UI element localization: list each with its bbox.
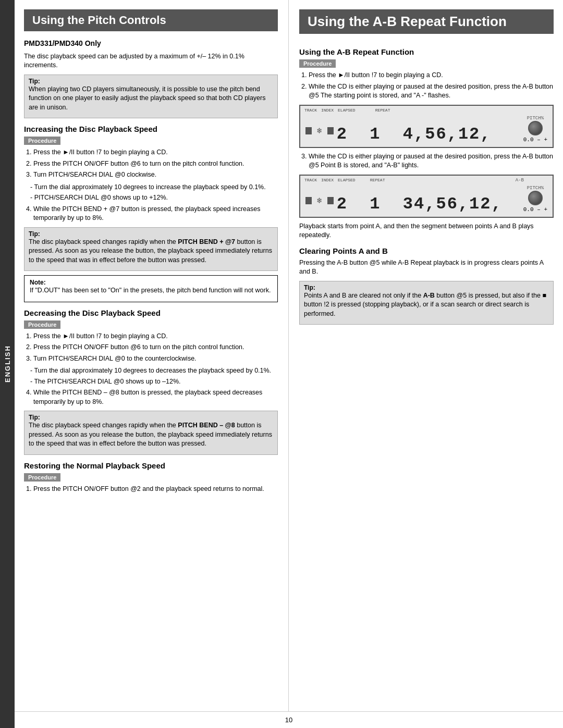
right-section1-heading: Using the A-B Repeat Function bbox=[299, 47, 554, 56]
right-step3-list: While the CD is either playing or paused… bbox=[299, 152, 554, 170]
left-column: Using the Pitch Controls PMD331/PMD340 O… bbox=[15, 0, 289, 711]
display2-plus-minus: – + bbox=[537, 206, 547, 213]
d2-track: TRACK bbox=[304, 178, 317, 182]
section3-steps: Press the PITCH ON/OFF button @2 and the… bbox=[24, 485, 278, 494]
tip-box-1: Tip: When playing two CD players simulta… bbox=[24, 75, 278, 119]
left-title: Using the Pitch Controls bbox=[32, 14, 270, 27]
right-column: Using the A-B Repeat Function Using the … bbox=[289, 0, 563, 711]
tip-label-1: Tip: bbox=[29, 78, 40, 85]
step-2-1: Press the ►/II button !7 to begin playin… bbox=[33, 332, 278, 341]
section1-substeps: Turn the dial approximately 10 degrees t… bbox=[24, 183, 278, 203]
display1-snowflake-icon: ❄ bbox=[317, 126, 322, 136]
note-label: Note: bbox=[30, 279, 46, 286]
d1-track: TRACK bbox=[304, 108, 317, 113]
display2-knob bbox=[528, 191, 543, 205]
right-procedure-badge-1: Procedure bbox=[299, 59, 336, 68]
display2-bar-icon2 bbox=[327, 197, 334, 204]
display1-icons: ❄ bbox=[305, 126, 334, 136]
tip-text-2: The disc playback speed changes rapidly … bbox=[29, 238, 273, 265]
display1-numbers: 2 1 4,56,12, bbox=[337, 125, 492, 144]
note-text: If "D.OUT" has been set to "On" in the p… bbox=[30, 286, 272, 295]
substep-2-2: The PITCH/SEARCH DIAL @0 shows up to –12… bbox=[30, 377, 278, 387]
two-col-layout: Using the Pitch Controls PMD331/PMD340 O… bbox=[15, 0, 563, 711]
right-title-box: Using the A-B Repeat Function bbox=[299, 9, 554, 34]
sidebar: ENGLISH bbox=[0, 0, 15, 728]
step-1-2: Press the PITCH ON/OFF button @6 to turn… bbox=[33, 159, 278, 169]
right-tip-box: Tip: Points A and B are cleared not only… bbox=[299, 281, 554, 325]
tip-text-3: The disc playback speed changes rapidly … bbox=[29, 421, 273, 449]
display2-bottom: 0.0 – + bbox=[523, 206, 547, 213]
substep-1-1: Turn the dial approximately 10 degrees t… bbox=[30, 183, 278, 192]
step-2-2: Press the PITCH ON/OFF button @6 to turn… bbox=[33, 343, 278, 352]
display-screen-1: TRACK INDEX ELAPSED REPEAT ❄ 2 1 4,56,12… bbox=[299, 105, 554, 148]
display2-pitch-label: PITCH% bbox=[527, 186, 544, 191]
step-3-1: Press the PITCH ON/OFF button @2 and the… bbox=[33, 485, 278, 494]
display1-plus-minus: – + bbox=[537, 137, 547, 143]
display1-bar-icon bbox=[305, 127, 312, 134]
section2-step4-list: While the PITCH BEND – @8 button is pres… bbox=[24, 388, 278, 406]
section3-heading: Restoring the Normal Playback Speed bbox=[24, 461, 278, 470]
right-title: Using the A-B Repeat Function bbox=[308, 14, 545, 30]
display2-ab-label: A-B bbox=[516, 178, 524, 183]
tip-label-2: Tip: bbox=[29, 230, 40, 238]
step-1-1: Press the ►/II button !7 to begin playin… bbox=[33, 148, 278, 157]
section1-steps: Press the ►/II button !7 to begin playin… bbox=[24, 148, 278, 180]
display1-bottom-value: 0.0 bbox=[523, 137, 534, 143]
display1-labels: TRACK INDEX ELAPSED REPEAT bbox=[304, 108, 390, 113]
d1-elapsed: ELAPSED bbox=[338, 108, 356, 113]
section1-heading: Increasing the Disc Playback Speed bbox=[24, 125, 278, 133]
tip-label-3: Tip: bbox=[29, 414, 40, 421]
note-box: Note: If "D.OUT" has been set to "On" in… bbox=[24, 275, 278, 302]
right-tip-text: Points A and B are cleared not only if t… bbox=[304, 291, 549, 319]
d1-index: INDEX bbox=[321, 108, 334, 113]
right-step-1-2: While the CD is either playing or paused… bbox=[309, 82, 554, 101]
content-area: Using the Pitch Controls PMD331/PMD340 O… bbox=[15, 0, 563, 728]
step-2-3: Turn PITCH/SEARCH DIAL @0 to the counter… bbox=[33, 354, 278, 364]
display1-right: PITCH% 0.0 – + bbox=[523, 116, 547, 143]
right-step-1-1: Press the ►/II button !7 to begin playin… bbox=[309, 71, 554, 80]
procedure-badge-3: Procedure bbox=[24, 473, 60, 482]
playback-text: Playback starts from point A, and then t… bbox=[299, 222, 554, 240]
substep-1-2: PITCH/SEARCH DIAL @0 shows up to +12%. bbox=[30, 193, 278, 203]
display2-bar-icon bbox=[305, 197, 312, 204]
display2-snowflake-icon: ❄ bbox=[317, 195, 322, 206]
right-section2-heading: Clearing Points A and B bbox=[299, 246, 554, 255]
display1-bar-icon2 bbox=[327, 127, 334, 134]
display-screen-2: TRACK INDEX ELAPSED REPEAT A-B ❄ 2 1 34,… bbox=[299, 175, 554, 218]
d2-index: INDEX bbox=[321, 178, 334, 182]
step-1-4: While the PITCH BEND + @7 button is pres… bbox=[33, 205, 278, 223]
d2-repeat: REPEAT bbox=[370, 178, 385, 182]
display2-bottom-value: 0.0 bbox=[523, 206, 534, 213]
display1-main: ❄ 2 1 4,56,12, bbox=[305, 117, 491, 144]
clearing-text: Pressing the A-B button @5 while A-B Rep… bbox=[299, 258, 554, 277]
step-1-3: Turn PITCH/SEARCH DIAL @0 clockwise. bbox=[33, 170, 278, 180]
right-tip-label: Tip: bbox=[304, 284, 315, 291]
display2-numbers: 2 1 34,56,12, bbox=[337, 194, 503, 214]
right-step-1-3: While the CD is either playing or paused… bbox=[309, 152, 554, 170]
section2-substeps: Turn the dial approximately 10 degrees t… bbox=[24, 366, 278, 386]
sidebar-label: ENGLISH bbox=[4, 346, 11, 383]
page-number: 10 bbox=[15, 711, 563, 728]
display2-right: PITCH% 0.0 – + bbox=[523, 186, 547, 213]
display2-labels: TRACK INDEX ELAPSED REPEAT bbox=[304, 178, 385, 182]
display1-pitch-label: PITCH% bbox=[527, 116, 544, 121]
tip-box-2: Tip: The disc playback speed changes rap… bbox=[24, 227, 278, 272]
tip-box-3: Tip: The disc playback speed changes rap… bbox=[24, 411, 278, 455]
step-2-4: While the PITCH BEND – @8 button is pres… bbox=[33, 388, 278, 406]
display1-bottom: 0.0 – + bbox=[523, 137, 547, 143]
d1-repeat: REPEAT bbox=[375, 108, 390, 113]
left-title-box: Using the Pitch Controls bbox=[24, 9, 278, 31]
pmd-description: The disc playback speed can be adjusted … bbox=[24, 52, 278, 70]
right-section1-steps: Press the ►/II button !7 to begin playin… bbox=[299, 71, 554, 101]
section2-steps: Press the ►/II button !7 to begin playin… bbox=[24, 332, 278, 364]
section2-heading: Decreasing the Disc Playback Speed bbox=[24, 309, 278, 317]
procedure-badge-2: Procedure bbox=[24, 320, 60, 329]
substep-2-1: Turn the dial approximately 10 degrees t… bbox=[30, 366, 278, 376]
tip-text-1: When playing two CD players simultaneous… bbox=[29, 85, 273, 113]
section1-step4-list: While the PITCH BEND + @7 button is pres… bbox=[24, 205, 278, 223]
display2-main: ❄ 2 1 34,56,12, bbox=[305, 187, 503, 214]
d2-elapsed: ELAPSED bbox=[338, 178, 356, 182]
page-wrapper: ENGLISH Using the Pitch Controls PMD331/… bbox=[0, 0, 563, 728]
pmd-subtitle: PMD331/PMD340 Only bbox=[24, 39, 278, 49]
procedure-badge-1: Procedure bbox=[24, 137, 60, 145]
